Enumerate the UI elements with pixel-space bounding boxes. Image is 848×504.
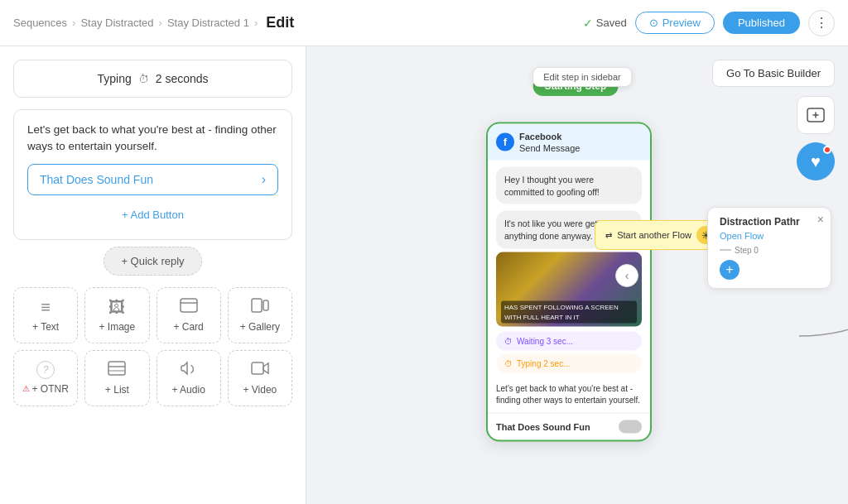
- add-otnr-label: ⚠ + OTNR: [22, 383, 68, 395]
- type-indicator: ⏱ Typing 2 sec...: [496, 353, 642, 372]
- heart-icon: ♥: [811, 152, 821, 171]
- facebook-icon: f: [496, 132, 514, 151]
- svg-rect-0: [181, 299, 197, 312]
- notification-dot: [823, 146, 831, 154]
- gallery-icon: [251, 298, 269, 317]
- add-flow-button[interactable]: +: [720, 260, 740, 280]
- audio-icon: [181, 361, 197, 380]
- fb-header: f Facebook Send Message: [488, 123, 650, 161]
- add-text-label: + Text: [32, 321, 59, 333]
- sep2: ›: [159, 17, 162, 29]
- warn-icon: ⚠: [22, 384, 30, 393]
- add-card-label: + Card: [173, 321, 203, 333]
- add-items-grid: ≡ + Text 🖼 + Image + Card: [13, 287, 292, 406]
- add-audio-button[interactable]: + Audio: [157, 350, 221, 406]
- preview-button[interactable]: ⊙ Preview: [635, 12, 715, 34]
- breadcrumb: Sequences › Stay Distracted › Stay Distr…: [13, 14, 294, 31]
- add-image-label: + Image: [99, 321, 136, 333]
- add-card-button[interactable]: + Card: [157, 287, 221, 343]
- phone-bottom-message: Let's get back to what you're best at - …: [488, 376, 650, 412]
- add-gallery-button[interactable]: + Gallery: [228, 287, 292, 343]
- toggle-icon: [619, 420, 642, 433]
- sep1: ›: [72, 17, 75, 29]
- distraction-card: × Distraction Pathr Open Flow Step 0 +: [707, 207, 831, 289]
- fb-action: Send Message: [519, 142, 580, 153]
- image-icon: 🖼: [108, 298, 125, 317]
- message-text: Let's get back to what you're best at - …: [27, 122, 278, 156]
- gif-text: HAS SPENT FOLLOWING A SCREEN WITH FULL H…: [501, 301, 637, 323]
- wait-indicator: ⏱ Waiting 3 sec...: [496, 331, 642, 350]
- svg-rect-4: [108, 362, 125, 375]
- main-layout: Typing ⏱ 2 seconds Let's get back to wha…: [0, 46, 848, 504]
- step-tag: Step 0: [720, 246, 819, 255]
- svg-rect-2: [252, 299, 262, 312]
- breadcrumb-stay-distracted[interactable]: Stay Distracted: [80, 17, 153, 29]
- canvas: Go To Basic Builder ♥ ‹ Edit step in sid…: [306, 46, 848, 504]
- type-clock-icon: ⏱: [504, 358, 513, 367]
- preview-icon: ⊙: [649, 17, 658, 29]
- typing-label: Typing 2 sec...: [517, 358, 570, 367]
- add-video-button[interactable]: + Video: [228, 350, 292, 406]
- start-another-flow[interactable]: ⇄ Start another Flow ✳: [595, 220, 725, 250]
- nav-back-arrow[interactable]: ‹: [615, 264, 638, 287]
- fb-platform: Facebook: [519, 130, 580, 142]
- right-float-buttons: ♥: [797, 96, 835, 180]
- chevron-right-icon: ›: [262, 172, 266, 187]
- sep3: ›: [254, 17, 258, 29]
- button-item[interactable]: That Does Sound Fun ›: [27, 164, 278, 195]
- fb-title: Facebook Send Message: [519, 130, 580, 154]
- saved-label: Saved: [596, 17, 627, 29]
- that-btn-label: That Does Sound Fun: [496, 421, 590, 431]
- button-label: That Does Sound Fun: [40, 173, 153, 186]
- add-video-label: + Video: [243, 384, 277, 396]
- svg-rect-7: [252, 362, 263, 374]
- video-icon: [251, 361, 269, 380]
- add-otnr-button[interactable]: ? ⚠ + OTNR: [13, 350, 78, 406]
- typing-label: Typing: [97, 72, 131, 85]
- distraction-close-button[interactable]: ×: [817, 213, 824, 226]
- list-icon: [108, 361, 126, 380]
- new-step-button[interactable]: [797, 96, 835, 134]
- breadcrumb-stay-distracted-1[interactable]: Stay Distracted 1: [167, 17, 249, 29]
- distraction-title: Distraction Pathr: [720, 216, 819, 228]
- wait-label: Waiting 3 sec...: [517, 336, 573, 345]
- card-icon: [180, 298, 198, 317]
- add-list-label: + List: [105, 384, 129, 396]
- text-icon: ≡: [41, 298, 51, 317]
- go-basic-builder-button[interactable]: Go To Basic Builder: [712, 60, 835, 87]
- phone-gif: HAS SPENT FOLLOWING A SCREEN WITH FULL H…: [496, 252, 642, 326]
- open-flow-button[interactable]: Open Flow: [720, 231, 819, 241]
- flow-label-icon: ⇄: [605, 231, 612, 240]
- add-image-button[interactable]: 🖼 + Image: [84, 287, 149, 343]
- svg-rect-3: [263, 300, 268, 310]
- add-audio-label: + Audio: [171, 384, 205, 396]
- clock-icon: ⏱: [138, 73, 149, 85]
- header-actions: ✓ Saved ⊙ Preview Published ⋮: [583, 10, 835, 36]
- edit-step-tooltip: Edit step in sidebar: [532, 67, 632, 87]
- sidebar: Typing ⏱ 2 seconds Let's get back to wha…: [0, 46, 306, 504]
- otnr-icon: ?: [36, 361, 55, 379]
- message-box: Let's get back to what you're best at - …: [13, 109, 292, 240]
- saved-badge: ✓ Saved: [583, 17, 627, 30]
- phone-bubble-1: Hey I thought you were committed to goof…: [496, 167, 642, 204]
- more-options-button[interactable]: ⋮: [808, 10, 835, 36]
- add-list-button[interactable]: + List: [84, 350, 149, 406]
- header: Sequences › Stay Distracted › Stay Distr…: [0, 0, 848, 46]
- add-button-link[interactable]: + Add Button: [27, 202, 278, 228]
- favorite-button[interactable]: ♥: [797, 142, 835, 180]
- wait-clock-icon: ⏱: [504, 336, 513, 345]
- step-label: Step 0: [735, 246, 759, 255]
- typing-box: Typing ⏱ 2 seconds: [13, 60, 292, 98]
- start-another-flow-label: Start another Flow: [617, 230, 691, 240]
- typing-duration: 2 seconds: [156, 72, 209, 85]
- quick-reply-button[interactable]: + Quick reply: [104, 247, 201, 276]
- phone-that-btn: That Does Sound Fun: [488, 412, 650, 439]
- distraction-add: +: [720, 260, 819, 280]
- page-title: Edit: [266, 14, 294, 31]
- step-dash: [720, 249, 731, 251]
- check-icon: ✓: [583, 17, 593, 30]
- add-gallery-label: + Gallery: [240, 321, 280, 333]
- add-text-button[interactable]: ≡ + Text: [13, 287, 78, 343]
- breadcrumb-sequences[interactable]: Sequences: [13, 17, 67, 29]
- published-button[interactable]: Published: [723, 12, 800, 34]
